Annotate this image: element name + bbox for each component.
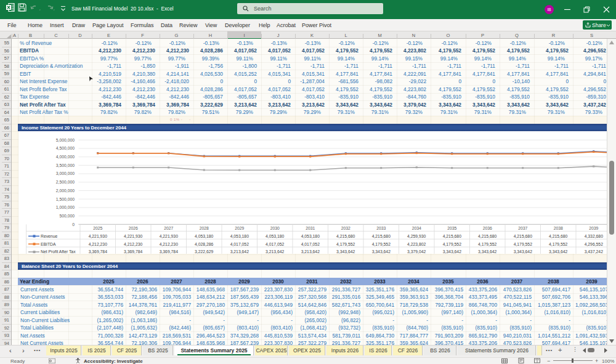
svg-text:2037: 2037 <box>518 226 527 230</box>
svg-text:0: 0 <box>72 222 75 227</box>
svg-text:2028: 2028 <box>200 226 209 230</box>
svg-text:4,179,552: 4,179,552 <box>443 242 461 246</box>
svg-text:2034: 2034 <box>412 226 421 230</box>
svg-text:3,213,642: 3,213,642 <box>230 249 249 254</box>
svg-text:4,500,000: 4,500,000 <box>56 146 75 150</box>
svg-text:4,179,552: 4,179,552 <box>372 242 391 246</box>
svg-text:4,212,230: 4,212,230 <box>89 242 107 246</box>
svg-text:3,343,642: 3,343,642 <box>443 249 461 254</box>
svg-text:3,000,000: 3,000,000 <box>56 171 75 176</box>
svg-text:4,332,680: 4,332,680 <box>585 234 603 238</box>
svg-text:3,369,784: 3,369,784 <box>160 249 178 254</box>
svg-text:2032: 2032 <box>341 226 351 230</box>
svg-text:4,000,000: 4,000,000 <box>56 155 75 159</box>
svg-text:4,259,930: 4,259,930 <box>407 234 426 238</box>
svg-text:2030: 2030 <box>270 226 280 230</box>
svg-text:4,215,680: 4,215,680 <box>443 234 461 238</box>
svg-text:4,053,180: 4,053,180 <box>301 234 320 238</box>
svg-text:4,221,930: 4,221,930 <box>160 234 178 238</box>
svg-text:4,028,286: 4,028,286 <box>195 242 213 246</box>
svg-text:3,500,000: 3,500,000 <box>56 163 75 168</box>
svg-text:4,215,680: 4,215,680 <box>336 234 355 238</box>
svg-text:4,053,180: 4,053,180 <box>265 234 284 238</box>
svg-text:500,000: 500,000 <box>59 214 75 218</box>
svg-text:4,053,180: 4,053,180 <box>195 234 213 238</box>
svg-text:4,017,052: 4,017,052 <box>301 242 320 246</box>
svg-text:2026: 2026 <box>129 226 138 230</box>
svg-text:2,500,000: 2,500,000 <box>56 180 75 184</box>
svg-text:Revenue: Revenue <box>41 234 57 238</box>
svg-text:4,017,052: 4,017,052 <box>265 242 284 246</box>
svg-text:2025: 2025 <box>93 226 102 230</box>
svg-text:Net Profit After Tax: Net Profit After Tax <box>41 249 76 254</box>
svg-text:3,437,242: 3,437,242 <box>585 249 603 254</box>
svg-text:3,369,784: 3,369,784 <box>124 249 142 254</box>
svg-text:2,000,000: 2,000,000 <box>56 188 75 193</box>
svg-text:4,212,230: 4,212,230 <box>160 242 178 246</box>
svg-text:2027: 2027 <box>164 226 173 230</box>
svg-text:3,343,642: 3,343,642 <box>549 249 567 254</box>
svg-text:2039: 2039 <box>589 226 598 230</box>
svg-text:1,500,000: 1,500,000 <box>56 197 75 201</box>
svg-text:2035: 2035 <box>447 226 456 230</box>
svg-text:4,296,552: 4,296,552 <box>585 242 603 246</box>
svg-text:3,222,629: 3,222,629 <box>195 249 213 254</box>
svg-text:EBITDA: EBITDA <box>41 242 56 246</box>
svg-text:2031: 2031 <box>306 226 315 230</box>
svg-text:4,221,930: 4,221,930 <box>124 234 142 238</box>
svg-text:3,343,642: 3,343,642 <box>372 249 391 254</box>
svg-text:4,179,552: 4,179,552 <box>336 242 355 246</box>
svg-text:3,343,642: 3,343,642 <box>514 249 532 254</box>
svg-text:3,379,042: 3,379,042 <box>407 249 426 254</box>
svg-text:5,000,000: 5,000,000 <box>56 138 75 142</box>
svg-text:4,179,552: 4,179,552 <box>549 242 567 246</box>
svg-text:3,369,784: 3,369,784 <box>89 249 107 254</box>
svg-text:3,213,642: 3,213,642 <box>301 249 320 254</box>
svg-text:2029: 2029 <box>235 226 244 230</box>
svg-text:4,212,230: 4,212,230 <box>124 242 142 246</box>
svg-text:2033: 2033 <box>376 226 386 230</box>
svg-text:3,343,642: 3,343,642 <box>478 249 496 254</box>
svg-text:3,213,642: 3,213,642 <box>265 249 284 254</box>
svg-text:4,179,552: 4,179,552 <box>478 242 496 246</box>
svg-text:4,215,680: 4,215,680 <box>514 234 532 238</box>
svg-text:4,223,802: 4,223,802 <box>407 242 426 246</box>
svg-text:4,017,052: 4,017,052 <box>230 242 249 246</box>
svg-text:3,343,642: 3,343,642 <box>336 249 355 254</box>
svg-text:4,215,680: 4,215,680 <box>549 234 567 238</box>
svg-text:4,215,680: 4,215,680 <box>372 234 391 238</box>
svg-text:2036: 2036 <box>483 226 492 230</box>
svg-text:4,053,180: 4,053,180 <box>230 234 249 238</box>
svg-text:1,000,000: 1,000,000 <box>56 205 75 209</box>
svg-text:2038: 2038 <box>554 226 563 230</box>
svg-text:4,215,680: 4,215,680 <box>478 234 496 238</box>
svg-text:4,221,930: 4,221,930 <box>89 234 107 238</box>
svg-text:4,179,552: 4,179,552 <box>514 242 532 246</box>
